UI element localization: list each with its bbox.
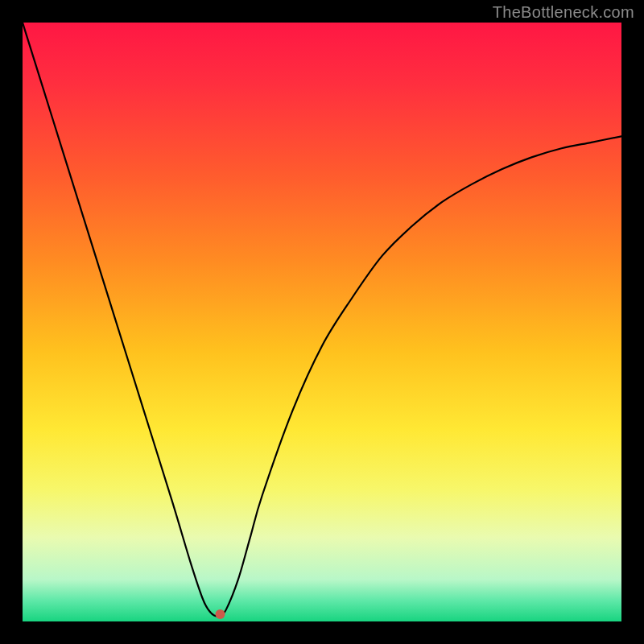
chart-stage: TheBottleneck.com (0, 0, 644, 644)
watermark-text: TheBottleneck.com (493, 3, 634, 22)
gradient-background (23, 23, 621, 621)
plot-area (23, 23, 621, 621)
chart-svg (23, 23, 621, 621)
optimal-point-marker (216, 609, 225, 619)
